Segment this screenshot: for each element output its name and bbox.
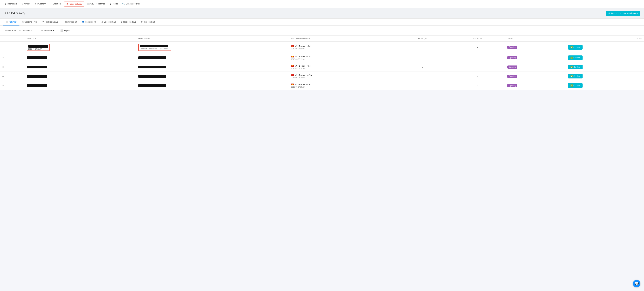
nav-dashboard[interactable]: ⊞ Dashboard: [2, 0, 20, 8]
shipment-icon: ✈: [50, 3, 52, 5]
rma-code-cell: [24, 62, 136, 72]
action-cell: ✅ Confirm: [566, 42, 644, 53]
confirm-button[interactable]: ✅ Confirm: [568, 45, 582, 50]
page-title: Failed delivery: [7, 12, 25, 15]
tab-opening[interactable]: ◷ Opening (402): [20, 18, 40, 26]
row-index: 1: [0, 42, 24, 53]
warehouse-name-text: VN · Boxme HCM: [295, 56, 311, 58]
col-rma-code: RMA Code: [24, 36, 136, 42]
col-status: Status: [505, 36, 566, 42]
status-cell: Opening: [505, 81, 566, 90]
inventory-icon: ◇: [35, 3, 36, 5]
warehouse-cell: 🇻🇳 VN · Boxme HCM 2018-09-07 11:04: [289, 53, 394, 62]
col-order-number: Order number: [136, 36, 289, 42]
tab-restocked[interactable]: ⊛ Restocked (0): [118, 18, 138, 26]
row-index: 2: [0, 53, 24, 62]
action-cell: ✅ Confirm: [566, 81, 644, 90]
page-header: ↺ Failed delivery ⚙ Goods in bonded ware…: [0, 8, 644, 18]
col-action: Action: [566, 36, 644, 42]
tab-opening-icon: ◷: [22, 21, 24, 23]
table-row: 5 🇻🇳 VN · Boxme HCM 2018-09-07 10:28 1-O…: [0, 81, 644, 90]
order-number-cell: [136, 72, 289, 81]
row-index: 3: [0, 62, 24, 72]
flag-icon: 🇻🇳: [291, 45, 294, 48]
action-cell: ✅ Confirm: [566, 62, 644, 72]
nav-shipment[interactable]: ✈ Shipment: [48, 0, 64, 8]
warehouse-date: 2018-09-07 11:04: [291, 58, 392, 60]
return-qty-cell: 1: [394, 42, 450, 53]
row-index: 4: [0, 72, 24, 81]
tab-returning-icon: ↩: [63, 21, 64, 23]
rma-code-cell: [24, 53, 136, 62]
tab-received[interactable]: 👤 Received (0): [79, 18, 99, 26]
failed-delivery-table: # RMA Code Order number Returned at ware…: [0, 36, 644, 90]
add-filter-button[interactable]: ⚙ Add filter ▾: [39, 28, 56, 33]
topup-icon: ▣: [110, 3, 112, 5]
flag-icon: 🇻🇳: [291, 64, 294, 67]
warehouse-date: 2018-09-07 10:30: [291, 77, 392, 78]
status-badge: Opening: [507, 75, 518, 78]
goods-in-bonded-warehouses-button[interactable]: ⚙ Goods in bonded warehouses: [606, 11, 640, 16]
actual-qty-cell: -: [450, 62, 505, 72]
table-container: # RMA Code Order number Returned at ware…: [0, 36, 644, 90]
table-row: 2 🇻🇳 VN · Boxme HCM 2018-09-07 11:04 1-O…: [0, 53, 644, 62]
col-index: #: [0, 36, 24, 42]
page-title-icon: ↺: [4, 12, 6, 15]
table-row: 1 2018-09-04 11:07 Reason for failure: T…: [0, 42, 644, 53]
warehouse-cell: 🇻🇳 VN · Boxme Hà Nội 2018-09-07 10:30: [289, 72, 394, 81]
return-qty-cell: 1: [394, 81, 450, 90]
order-number-cell: [136, 81, 289, 90]
rma-code-cell: [24, 72, 136, 81]
status-cell: Opening: [505, 53, 566, 62]
export-icon: ⬜: [60, 29, 63, 32]
tab-reshipping-icon: ↺: [42, 21, 44, 23]
tab-exception[interactable]: ⚠ Exception (0): [99, 18, 118, 26]
tab-ali-icon: ⬜: [6, 21, 8, 23]
status-cell: Opening: [505, 72, 566, 81]
warehouse-cell: 🇻🇳 VN · Boxme HCM 2018-09-07 11:07: [289, 42, 394, 53]
nav-inventory[interactable]: ◇ Inventory: [32, 0, 48, 8]
warehouse-name-text: VN · Boxme HCM: [295, 65, 311, 67]
status-badge: Opening: [507, 66, 518, 68]
table-row: 3 🇻🇳 VN · Boxme HCM 2018-09-07 10:50 1-O…: [0, 62, 644, 72]
status-cell: Opening: [505, 42, 566, 53]
dashboard-icon: ⊞: [5, 3, 6, 5]
nav-orders[interactable]: ✉ Orders: [20, 0, 33, 8]
order-number-cell: [136, 53, 289, 62]
export-button[interactable]: ⬜ Export: [58, 28, 72, 33]
nav-bar: ⊞ Dashboard ✉ Orders ◇ Inventory ✈ Shipm…: [0, 0, 644, 8]
confirm-button[interactable]: ✅ Confirm: [568, 65, 582, 69]
order-number-cell: [136, 62, 289, 72]
warehouse-date: 2018-09-07 10:28: [291, 86, 392, 88]
tab-received-icon: 👤: [82, 21, 84, 23]
tab-reshipping[interactable]: ↺ Reshipping (0): [40, 18, 60, 26]
search-input[interactable]: [3, 28, 37, 33]
tab-ali[interactable]: ⬜ ALI (402): [3, 18, 20, 26]
cod-icon: ⬜: [87, 3, 90, 5]
warehouse-date: 2018-09-07 10:50: [291, 68, 392, 69]
tab-restocked-icon: ⊛: [121, 21, 122, 23]
rma-code-cell: 2018-09-04 11:07: [24, 42, 136, 53]
confirm-button[interactable]: ✅ Confirm: [568, 56, 582, 60]
nav-topup[interactable]: ▣ Topup: [107, 0, 120, 8]
col-actual-qty: Actual Qty: [450, 36, 505, 42]
tab-disposed-icon: 🗑: [141, 21, 143, 23]
col-returned-at: Returned at warehouse: [289, 36, 394, 42]
nav-failed-delivery[interactable]: ↺ Failed delivery: [64, 2, 84, 6]
warehouse-name-text: VN · Boxme Hà Nội: [295, 74, 312, 76]
nav-cod-remittance[interactable]: ⬜ CoD Remittance: [85, 0, 107, 8]
tab-exception-icon: ⚠: [102, 21, 103, 23]
confirm-button[interactable]: ✅ Confirm: [568, 74, 582, 78]
action-cell: ✅ Confirm: [566, 53, 644, 62]
page-title-container: ↺ Failed delivery: [4, 12, 25, 15]
settings-icon: 🔧: [122, 3, 125, 5]
row-index: 5: [0, 81, 24, 90]
status-badge: Opening: [507, 84, 518, 87]
confirm-button[interactable]: ✅ Confirm: [568, 83, 582, 88]
tab-returning[interactable]: ↩ Returning (0): [60, 18, 79, 26]
flag-icon: 🇻🇳: [291, 74, 294, 76]
nav-general-settings[interactable]: 🔧 General settings: [120, 0, 142, 8]
tab-disposed[interactable]: 🗑 Disposed (0): [138, 18, 157, 26]
actual-qty-cell: -: [450, 81, 505, 90]
warehouse-date: 2018-09-07 11:07: [291, 48, 392, 50]
